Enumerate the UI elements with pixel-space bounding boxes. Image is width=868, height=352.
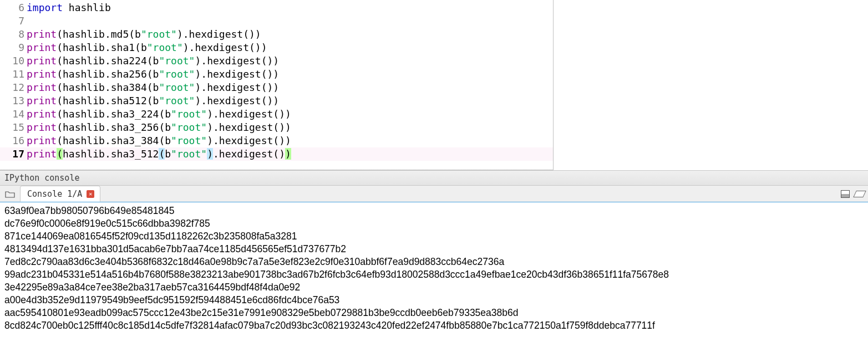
line-number: 17 bbox=[0, 147, 27, 161]
code-line[interactable]: 15print(hashlib.sha3_256(b"root").hexdig… bbox=[0, 121, 553, 134]
line-number: 10 bbox=[0, 54, 27, 68]
code-content[interactable]: print(hashlib.sha384(b"root").hexdigest(… bbox=[27, 81, 279, 94]
console-panel-title: IPython console bbox=[0, 170, 868, 186]
code-line[interactable]: 16print(hashlib.sha3_384(b"root").hexdig… bbox=[0, 134, 553, 147]
code-content[interactable]: print(hashlib.sha224(b"root").hexdigest(… bbox=[27, 54, 279, 68]
code-content[interactable]: print(hashlib.sha3_512(b"root").hexdiges… bbox=[27, 147, 291, 161]
code-content[interactable]: print(hashlib.sha1(b"root").hexdigest()) bbox=[27, 41, 267, 54]
code-line[interactable]: 12print(hashlib.sha384(b"root").hexdiges… bbox=[0, 81, 553, 94]
line-number: 6 bbox=[0, 1, 27, 14]
line-number: 13 bbox=[0, 94, 27, 108]
code-line[interactable]: 11print(hashlib.sha256(b"root").hexdiges… bbox=[0, 68, 553, 81]
close-tab-icon[interactable]: ✕ bbox=[87, 190, 94, 198]
code-line[interactable]: 8print(hashlib.md5(b"root").hexdigest()) bbox=[0, 28, 553, 41]
line-number: 11 bbox=[0, 68, 27, 81]
code-editor[interactable]: 6import hashlib78print(hashlib.md5(b"roo… bbox=[0, 0, 554, 170]
line-number: 7 bbox=[0, 14, 27, 28]
code-line[interactable]: 9print(hashlib.sha1(b"root").hexdigest()… bbox=[0, 41, 553, 54]
code-line[interactable]: 10print(hashlib.sha224(b"root").hexdiges… bbox=[0, 54, 553, 68]
line-number: 12 bbox=[0, 81, 27, 94]
code-line[interactable]: 14print(hashlib.sha3_224(b"root").hexdig… bbox=[0, 108, 553, 121]
options-icon[interactable] bbox=[840, 189, 850, 199]
clear-icon[interactable] bbox=[855, 189, 865, 199]
code-line[interactable]: 6import hashlib bbox=[0, 1, 553, 14]
line-number: 15 bbox=[0, 121, 27, 134]
code-content[interactable]: print(hashlib.sha512(b"root").hexdigest(… bbox=[27, 94, 279, 108]
code-line[interactable]: 13print(hashlib.sha512(b"root").hexdiges… bbox=[0, 94, 553, 108]
console-output[interactable]: 63a9f0ea7bb98050796b649e85481845 dc76e9f… bbox=[0, 202, 868, 336]
line-number: 14 bbox=[0, 108, 27, 121]
line-number: 8 bbox=[0, 28, 27, 41]
code-content[interactable]: print(hashlib.sha3_256(b"root").hexdiges… bbox=[27, 121, 291, 134]
code-content[interactable]: print(hashlib.md5(b"root").hexdigest()) bbox=[27, 28, 261, 41]
line-number: 9 bbox=[0, 41, 27, 54]
console-tab[interactable]: Console 1/A ✕ bbox=[20, 186, 100, 202]
console-tab-label: Console 1/A bbox=[27, 189, 82, 199]
console-tab-bar: Console 1/A ✕ bbox=[0, 186, 868, 202]
browse-tabs-button[interactable] bbox=[3, 187, 17, 201]
code-content[interactable]: import hashlib bbox=[27, 1, 111, 14]
code-content[interactable]: print(hashlib.sha3_384(b"root").hexdiges… bbox=[27, 134, 291, 147]
code-line[interactable]: 7 bbox=[0, 14, 553, 28]
code-content[interactable]: print(hashlib.sha3_224(b"root").hexdiges… bbox=[27, 108, 291, 121]
code-line[interactable]: 17print(hashlib.sha3_512(b"root").hexdig… bbox=[0, 147, 553, 161]
line-number: 16 bbox=[0, 134, 27, 147]
code-content[interactable]: print(hashlib.sha256(b"root").hexdigest(… bbox=[27, 68, 279, 81]
